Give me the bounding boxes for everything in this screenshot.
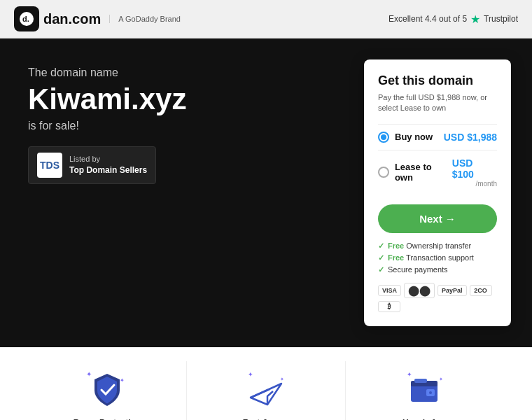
purchase-card: Get this domain Pay the full USD $1,988 … xyxy=(364,59,511,326)
bitcoin-icon: ₿ xyxy=(378,301,400,312)
hero-subtitle: The domain name xyxy=(28,66,350,79)
benefit-buyer-protection: ✦ ✦ Buyer Protectionprogram xyxy=(28,361,187,420)
buy-now-option[interactable]: Buy now USD $1,988 xyxy=(378,124,497,150)
visa-icon: VISA xyxy=(378,285,401,296)
lease-radio[interactable] xyxy=(378,167,389,178)
svg-marker-6 xyxy=(251,384,281,405)
benefit-hassle-free: ✦ ✦ Hassle freepayments xyxy=(346,361,504,420)
seller-listed-by: Listed by xyxy=(69,155,100,163)
buy-now-price: USD $1,988 xyxy=(444,132,497,143)
svg-text:✦: ✦ xyxy=(439,377,443,382)
seller-badge-text: Listed by Top Domain Sellers xyxy=(69,154,147,176)
purchase-card-subtitle: Pay the full USD $1,988 now, or select L… xyxy=(378,92,497,114)
logo-text: dan.com xyxy=(43,11,101,27)
lease-price-sub: /month xyxy=(452,180,497,188)
paper-plane-icon: ✦ ✦ xyxy=(245,368,287,410)
mastercard-icon: ⬤⬤ xyxy=(404,283,435,298)
svg-text:✦: ✦ xyxy=(407,371,412,378)
feature-1: ✓ Free Ownership transfer xyxy=(378,241,497,251)
hero-forsale: is for sale! xyxy=(28,120,350,132)
dan-logo-icon: d. xyxy=(14,6,39,31)
lease-price: USD $100 xyxy=(452,158,497,180)
trustpilot-star-icon: ★ xyxy=(470,13,480,26)
trustpilot-label: Excellent 4.4 out of 5 xyxy=(388,14,467,24)
buy-now-radio[interactable] xyxy=(378,132,389,143)
check-icon-2: ✓ xyxy=(378,253,384,262)
benefit-hassle-label: Hassle freepayments xyxy=(402,417,447,420)
hero-domain: Kiwami.xyz xyxy=(28,83,350,115)
benefit-fast-label: Fast & easytransfers xyxy=(243,417,290,420)
benefits-section: ✦ ✦ Buyer Protectionprogram ✦ ✦ Fast & e… xyxy=(0,347,532,420)
paypal-icon: PayPal xyxy=(438,285,467,296)
shield-icon: ✦ ✦ xyxy=(86,368,128,410)
feature-label-3: Secure payments xyxy=(388,265,448,274)
seller-badge: TDS Listed by Top Domain Sellers xyxy=(28,146,156,184)
hero-section: The domain name Kiwami.xyz is for sale! … xyxy=(0,38,532,347)
header: d. dan.com A GoDaddy Brand Excellent 4.4… xyxy=(0,0,532,38)
feature-2: ✓ Free Transaction support xyxy=(378,253,497,262)
godaddy-brand: A GoDaddy Brand xyxy=(109,15,181,23)
dan-logo[interactable]: d. dan.com xyxy=(14,6,101,31)
lease-label: Lease to own xyxy=(378,162,452,183)
svg-text:✦: ✦ xyxy=(248,371,253,378)
svg-text:✦: ✦ xyxy=(280,377,284,382)
benefit-buyer-label: Buyer Protectionprogram xyxy=(74,417,141,420)
check-icon-1: ✓ xyxy=(378,241,384,251)
trustpilot-brand: Trustpilot xyxy=(484,14,518,24)
svg-text:d.: d. xyxy=(22,15,29,23)
features-list: ✓ Free Ownership transfer ✓ Free Transac… xyxy=(378,241,497,274)
feature-3: ✓ Secure payments xyxy=(378,265,497,274)
trustpilot-badge: Excellent 4.4 out of 5 ★ Trustpilot xyxy=(388,13,518,26)
svg-point-13 xyxy=(429,391,432,394)
feature-label-1: Free Ownership transfer xyxy=(388,241,471,250)
payment-icons: VISA ⬤⬤ PayPal 2CO ₿ xyxy=(378,283,497,312)
benefit-fast-transfers: ✦ ✦ Fast & easytransfers xyxy=(187,361,346,420)
header-left: d. dan.com A GoDaddy Brand xyxy=(14,6,181,31)
seller-badge-icon: TDS xyxy=(37,153,62,178)
svg-text:✦: ✦ xyxy=(86,370,92,378)
check-icon-3: ✓ xyxy=(378,265,384,274)
feature-label-2: Free Transaction support xyxy=(388,253,474,262)
hero-left: The domain name Kiwami.xyz is for sale! … xyxy=(28,59,350,326)
seller-name: Top Domain Sellers xyxy=(69,164,147,176)
svg-rect-14 xyxy=(414,379,427,383)
lease-option[interactable]: Lease to own USD $100 /month xyxy=(378,150,497,195)
next-button[interactable]: Next → xyxy=(378,204,497,233)
buy-now-label: Buy now xyxy=(378,132,433,143)
svg-text:✦: ✦ xyxy=(120,377,125,384)
purchase-card-title: Get this domain xyxy=(378,74,497,88)
wallet-icon: ✦ ✦ xyxy=(404,368,446,410)
lease-price-wrapper: USD $100 /month xyxy=(452,158,497,188)
2co-icon: 2CO xyxy=(470,285,492,296)
